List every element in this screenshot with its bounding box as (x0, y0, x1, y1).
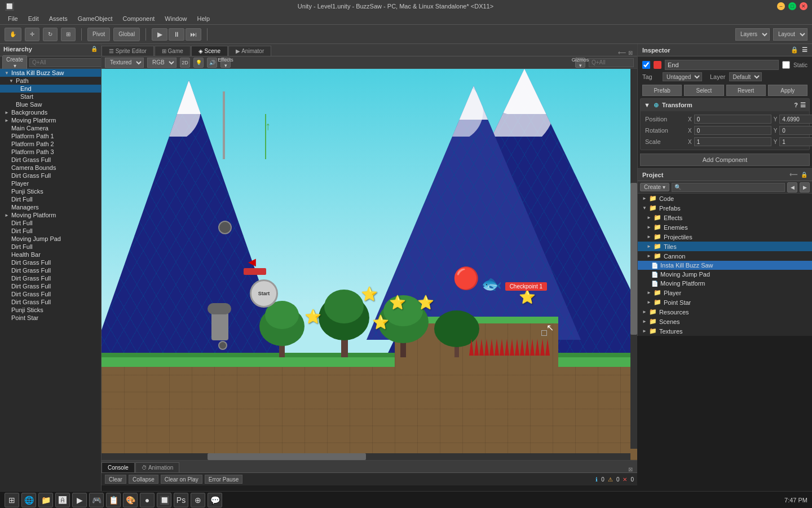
taskbar-folder-button[interactable]: 📁 (38, 493, 53, 507)
hierarchy-item[interactable]: ▼Insta Kill Buzz Saw (0, 69, 101, 77)
scene-vertical-scrollbar[interactable] (630, 69, 637, 449)
hierarchy-create-button[interactable]: Create ▾ (2, 55, 27, 70)
hierarchy-item[interactable]: ►Dirt Grass Full (0, 298, 101, 306)
close-button[interactable]: ✕ (800, 2, 807, 10)
inspector-lock-icon[interactable]: 🔒 (791, 46, 798, 54)
hierarchy-item[interactable]: ►Health Bar (0, 251, 101, 259)
taskbar-vs-button[interactable]: 🅰 (55, 493, 70, 507)
taskbar-msg-button[interactable]: 💬 (208, 493, 222, 507)
tab-scene[interactable]: ◈ Scene (191, 46, 228, 56)
hierarchy-item[interactable]: ►Moving Platform (0, 116, 101, 124)
hierarchy-item[interactable]: ►Moving Platform (0, 211, 101, 219)
hierarchy-item[interactable]: ►Dirt Grass Full (0, 290, 101, 298)
tab-sprite-editor[interactable]: ☰ Sprite Editor (102, 46, 154, 56)
static-checkbox[interactable] (782, 61, 790, 69)
project-item[interactable]: ►📁Tiles (638, 242, 812, 251)
hierarchy-item[interactable]: ►End (0, 85, 101, 93)
project-create-button[interactable]: Create ▾ (640, 183, 669, 191)
hand-tool-button[interactable]: ✋ (5, 28, 21, 41)
hierarchy-item[interactable]: ►Dirt Full (0, 227, 101, 235)
window-controls[interactable]: – □ ✕ (777, 2, 807, 10)
scene-audio-button[interactable]: 🔊 (207, 58, 217, 68)
inspector-menu-icon[interactable]: ☰ (802, 46, 807, 54)
layers-dropdown[interactable]: Layers (735, 28, 770, 41)
taskbar-steam-button[interactable]: 🎮 (89, 493, 104, 507)
hierarchy-item[interactable]: ►Punji Sticks (0, 187, 101, 195)
revert-button[interactable]: Revert (726, 85, 766, 96)
step-button[interactable]: ⏭ (186, 28, 201, 41)
move-tool-button[interactable]: ✛ (25, 28, 39, 41)
hierarchy-item[interactable]: ►Moving Jump Pad (0, 235, 101, 243)
hierarchy-item[interactable]: ►Dirt Grass Full (0, 282, 101, 290)
rot-x-input[interactable] (694, 126, 771, 135)
project-item[interactable]: ►📁Enemies (638, 222, 812, 232)
menu-assets[interactable]: Assets (45, 14, 72, 23)
project-item[interactable]: ►📁Scenes (638, 317, 812, 326)
console-collapse-button[interactable]: Collapse (129, 475, 158, 484)
scene-hscroll-thumb[interactable] (208, 453, 366, 460)
taskbar-github-button[interactable]: ⊕ (191, 493, 205, 507)
taskbar-unity2-button[interactable]: 🔲 (157, 493, 171, 507)
hierarchy-item[interactable]: ►Backgrounds (0, 108, 101, 116)
menu-help[interactable]: Help (192, 14, 214, 23)
hierarchy-item[interactable]: ►Punji Sticks (0, 306, 101, 314)
console-clear-on-play-button[interactable]: Clear on Play (161, 475, 202, 484)
object-active-checkbox[interactable] (642, 61, 650, 69)
tab-game[interactable]: ⊞ Game (155, 46, 191, 56)
hierarchy-search-input[interactable] (29, 58, 102, 67)
hierarchy-item[interactable]: ►Dirt Grass Full (0, 156, 101, 164)
pos-y-input[interactable] (779, 115, 812, 124)
project-search-input[interactable] (672, 183, 785, 192)
transform-menu-icon[interactable]: ☰ (800, 102, 806, 109)
menu-gameobject[interactable]: GameObject (73, 14, 117, 23)
layout-dropdown[interactable]: Layout (773, 28, 807, 41)
hierarchy-item[interactable]: ►Platform Path 3 (0, 148, 101, 156)
hierarchy-item[interactable]: ►Dirt Grass Full (0, 259, 101, 266)
project-lock-icon[interactable]: 🔒 (801, 172, 807, 178)
hierarchy-item[interactable]: ►Start (0, 93, 101, 100)
hierarchy-item[interactable]: ►Dirt Grass Full (0, 172, 101, 179)
taskbar-unity-button[interactable]: ▶ (72, 493, 87, 507)
console-clear-button[interactable]: Clear (105, 475, 126, 484)
project-item[interactable]: ►📁Projectiles (638, 232, 812, 242)
prefab-button[interactable]: Prefab (642, 85, 682, 96)
transform-help-icon[interactable]: ? (794, 102, 798, 109)
global-button[interactable]: Global (113, 28, 140, 41)
add-component-button[interactable]: Add Component (640, 154, 810, 166)
hierarchy-item[interactable]: ►Dirt Full (0, 195, 101, 203)
color-mode-dropdown[interactable]: RGB (147, 58, 176, 68)
tab-animation[interactable]: ⏱ Animation (135, 462, 180, 472)
layer-dropdown[interactable]: Default (729, 72, 762, 81)
taskbar-ie-button[interactable]: 🌐 (21, 493, 36, 507)
hierarchy-item[interactable]: ►Point Star (0, 314, 101, 322)
tab-console[interactable]: Console (102, 462, 135, 472)
project-item[interactable]: ►📁Effects (638, 213, 812, 222)
menu-window[interactable]: Window (160, 14, 191, 23)
hierarchy-item[interactable]: ▼Path (0, 77, 101, 85)
hierarchy-item[interactable]: ►Camera Bounds (0, 164, 101, 172)
scene-horizontal-scrollbar[interactable] (102, 453, 630, 460)
pos-x-input[interactable] (694, 115, 771, 124)
select-button[interactable]: Select (684, 85, 723, 96)
menu-component[interactable]: Component (118, 14, 159, 23)
tag-dropdown[interactable]: Untagged (663, 72, 702, 81)
hierarchy-item[interactable]: ►Dirt Full (0, 219, 101, 227)
scale-y-input[interactable] (779, 137, 812, 146)
project-forward-button[interactable]: ▶ (800, 182, 810, 192)
hierarchy-item[interactable]: ►Platform Path 2 (0, 140, 101, 148)
hierarchy-item[interactable]: ►Platform Path 1 (0, 132, 101, 140)
project-item[interactable]: ►📁Textures (638, 326, 812, 336)
hierarchy-item[interactable]: ►Managers (0, 203, 101, 211)
hierarchy-item[interactable]: ►Dirt Full (0, 243, 101, 251)
render-mode-dropdown[interactable]: Textured (105, 58, 144, 68)
2d-toggle-button[interactable]: 2D (180, 58, 190, 68)
scale-x-input[interactable] (694, 137, 771, 146)
console-error-pause-button[interactable]: Error Pause (205, 475, 242, 484)
project-item[interactable]: 📄Moving Jump Pad (638, 270, 812, 279)
hierarchy-item[interactable]: ►Player (0, 179, 101, 187)
project-item[interactable]: ▼📁Prefabs (638, 203, 812, 213)
effects-button[interactable]: Effects ▾ (220, 58, 231, 68)
project-back-button[interactable]: ◀ (787, 182, 797, 192)
scale-tool-button[interactable]: ⊞ (61, 28, 76, 41)
menu-edit[interactable]: Edit (24, 14, 43, 23)
